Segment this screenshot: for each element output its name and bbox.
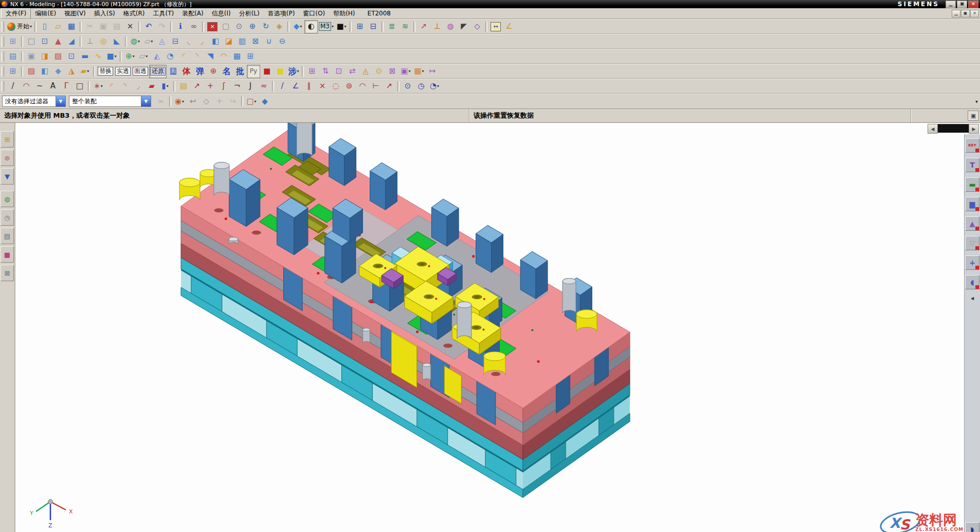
hook-select-button[interactable]: ↪ — [226, 95, 240, 108]
measure-distance-button[interactable]: ↔ — [489, 20, 502, 33]
part-navigator-tab[interactable]: ▼ — [1, 168, 14, 185]
roles-tab[interactable]: ⊠ — [1, 265, 14, 281]
restore-button[interactable]: ▣ — [957, 1, 967, 8]
interference-button[interactable]: 涉▾ — [287, 65, 300, 78]
smooth-curve-button[interactable]: ≈ — [257, 80, 270, 93]
graphics-window[interactable]: ◀ ▶ Y X Z X S 资料网 ZL.XS1 — [15, 123, 980, 532]
tile-window-button[interactable]: ⊟ — [367, 20, 380, 33]
cube-pair-button[interactable]: ⊟ — [169, 35, 182, 48]
swept-button[interactable]: ∿ — [92, 50, 105, 63]
sheet-fold-button[interactable]: ◨ — [38, 50, 51, 63]
mdi-minimize-button[interactable]: ▁ — [952, 10, 960, 17]
cube-frame-button[interactable]: ▣ — [25, 50, 38, 63]
expand-window-button[interactable]: ⊞ — [353, 20, 367, 33]
dependencies-tab[interactable]: ▤ — [1, 228, 14, 244]
copy-component-button[interactable]: ▣▾ — [399, 65, 412, 78]
monitor-icon[interactable]: ▣ — [968, 111, 979, 121]
snap-point-button[interactable]: ◉▾ — [173, 95, 186, 108]
reuse-library-tab[interactable]: ◍ — [1, 191, 14, 207]
boolean-button[interactable]: ⊕▾ — [123, 50, 137, 63]
pattern-component-button[interactable]: ▦▾ — [412, 65, 426, 78]
text-button[interactable]: A — [46, 80, 60, 93]
trim-curve-button[interactable]: ↗ — [190, 80, 204, 93]
redo-button[interactable]: ↷ — [155, 20, 169, 33]
dropdown-arrow-icon[interactable]: ▾ — [151, 39, 153, 44]
new-file-button[interactable]: ▯ — [38, 20, 51, 33]
toolbar-grip[interactable] — [2, 36, 4, 47]
dropdown-arrow-icon[interactable]: ▾ — [344, 24, 347, 29]
edit-parameters-button[interactable]: ▤ — [177, 80, 190, 93]
menu-item-8[interactable]: 分析(L) — [235, 9, 264, 19]
datum-wire-button[interactable]: □ — [25, 35, 38, 48]
restore-button[interactable]: 还原 — [149, 65, 167, 78]
datum-csys-button[interactable]: ◬ — [155, 35, 169, 48]
circle-arrow-button[interactable]: ◷ — [414, 80, 428, 93]
replace-button[interactable]: 替换 — [97, 65, 114, 78]
palette-part-pin[interactable]: + — [965, 255, 979, 270]
cylinder-constraint-button[interactable]: ⊙ — [372, 65, 386, 78]
extrude-button[interactable]: ⊡ — [38, 35, 51, 48]
copy-mode-button[interactable]: Py — [247, 65, 260, 78]
close-button[interactable]: × — [968, 1, 978, 8]
restore-view-button[interactable]: ▢ — [219, 20, 232, 33]
dropdown-arrow-icon[interactable]: ▾ — [138, 39, 140, 44]
face-transparent-button[interactable]: 面透 — [132, 65, 149, 78]
menu-item-3[interactable]: 插入(S) — [90, 9, 119, 19]
toolbar-grip[interactable] — [2, 22, 4, 32]
datum-axis-button[interactable]: ◭ — [150, 50, 164, 63]
menu-item-4[interactable]: 格式(R) — [119, 9, 149, 19]
datum-plane-button[interactable]: ▱▾ — [142, 35, 155, 48]
pan-view-button[interactable]: ◈ — [273, 20, 286, 33]
dropdown-arrow-icon[interactable]: ▾ — [422, 69, 424, 74]
assembly-navigator-tab[interactable]: ⊞ — [1, 131, 14, 148]
arc-button[interactable]: ◠ — [20, 80, 33, 93]
move-component-button[interactable]: ⊞ — [305, 65, 319, 78]
cylinder-curve-button[interactable]: ▮▾ — [158, 80, 172, 93]
prism-display-button[interactable]: ◆ — [51, 65, 65, 78]
remove-constraint-button[interactable]: ⊠ — [386, 65, 399, 78]
layer-visible-button[interactable]: ≋ — [398, 20, 412, 33]
toolbar-overflow-chevron[interactable]: ▾ — [975, 99, 978, 104]
snap-point-on-button[interactable]: ↗ — [383, 80, 396, 93]
close-view-button[interactable]: × — [206, 20, 219, 33]
constraint-navigator-tab[interactable]: ⊚ — [1, 150, 14, 166]
replace-component-button[interactable]: ⇄ — [346, 65, 359, 78]
minimize-button[interactable]: ▁ — [946, 1, 956, 8]
target-button[interactable]: ⊕ — [207, 65, 220, 78]
format-button[interactable]: ⊞ — [6, 65, 20, 78]
circle-center-button[interactable]: ⊙ — [401, 80, 414, 93]
body-display-button[interactable]: 体 — [180, 65, 193, 78]
snap-cross-button[interactable]: × — [316, 80, 329, 93]
palette-part-punch[interactable]: ▽ — [965, 236, 979, 250]
solid-select-button[interactable]: ◆ — [258, 95, 271, 108]
snap-tangent-button[interactable]: ◌ — [329, 80, 342, 93]
fold-button[interactable]: ◪ — [222, 35, 235, 48]
dropdown-arrow-icon[interactable]: ▼ — [141, 96, 151, 106]
revolve-button[interactable]: ◎ — [97, 35, 110, 48]
rollback-button[interactable]: ↩ — [186, 95, 199, 108]
solid-transparent-button[interactable]: 实透 — [114, 65, 132, 78]
spring-button[interactable]: 弹 — [193, 65, 207, 78]
drag-component-button[interactable]: ⊡ — [332, 65, 346, 78]
history-tab[interactable]: ◷ — [1, 209, 14, 226]
snap-line-button[interactable]: / — [276, 80, 289, 93]
palette-part-green-insert[interactable]: ▬ — [965, 177, 979, 192]
rib-button[interactable]: ▥ — [235, 35, 249, 48]
palette-part-t-block[interactable]: T — [965, 158, 979, 172]
palette-part-handle[interactable]: ◗ — [965, 522, 979, 532]
pad-button[interactable]: ▬ — [78, 50, 92, 63]
circle-partial-button[interactable]: ◔▾ — [428, 80, 441, 93]
dropdown-arrow-icon[interactable]: ▾ — [297, 69, 299, 74]
profile-button[interactable]: Γ — [60, 80, 73, 93]
snap-angle-button[interactable]: ∠ — [289, 80, 302, 93]
erase-highlight-button[interactable]: ◇ — [199, 95, 213, 108]
fillet-button[interactable]: ◜ — [105, 80, 118, 93]
menu-item-11[interactable]: 帮助(H) — [329, 9, 359, 19]
face-display-button[interactable]: 面 — [167, 65, 180, 78]
dropdown-arrow-icon[interactable]: ▾ — [101, 84, 103, 88]
dropdown-arrow-icon[interactable]: ▾ — [167, 84, 169, 88]
plane-button[interactable]: ▱▾ — [137, 50, 150, 63]
edit-color-button[interactable]: ◍ — [444, 20, 457, 33]
dropdown-arrow-icon[interactable]: ▾ — [332, 24, 334, 29]
thread-button[interactable]: ▦ — [230, 50, 244, 63]
